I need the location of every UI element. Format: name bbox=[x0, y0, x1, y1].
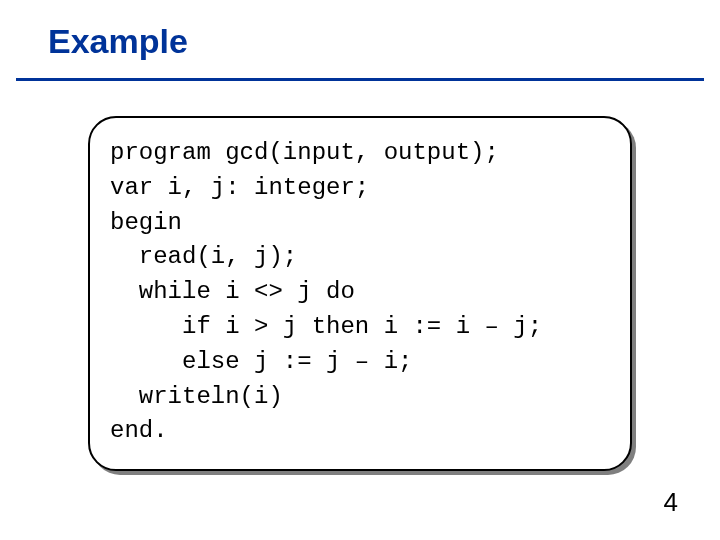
code-line: read(i, j); bbox=[110, 243, 297, 270]
code-line: while i <> j do bbox=[110, 278, 355, 305]
code-line: writeln(i) bbox=[110, 383, 283, 410]
slide: Example program gcd(input, output); var … bbox=[0, 0, 720, 540]
code-listing: program gcd(input, output); var i, j: in… bbox=[110, 136, 610, 449]
code-line: program gcd(input, output); bbox=[110, 139, 499, 166]
code-line: begin bbox=[110, 209, 182, 236]
code-line: if i > j then i := i – j; bbox=[110, 313, 542, 340]
code-line: var i, j: integer; bbox=[110, 174, 369, 201]
code-box: program gcd(input, output); var i, j: in… bbox=[88, 116, 632, 471]
page-number: 4 bbox=[664, 487, 678, 518]
code-line: end. bbox=[110, 417, 168, 444]
code-line: else j := j – i; bbox=[110, 348, 412, 375]
title-divider bbox=[16, 78, 704, 81]
slide-title: Example bbox=[48, 22, 188, 61]
